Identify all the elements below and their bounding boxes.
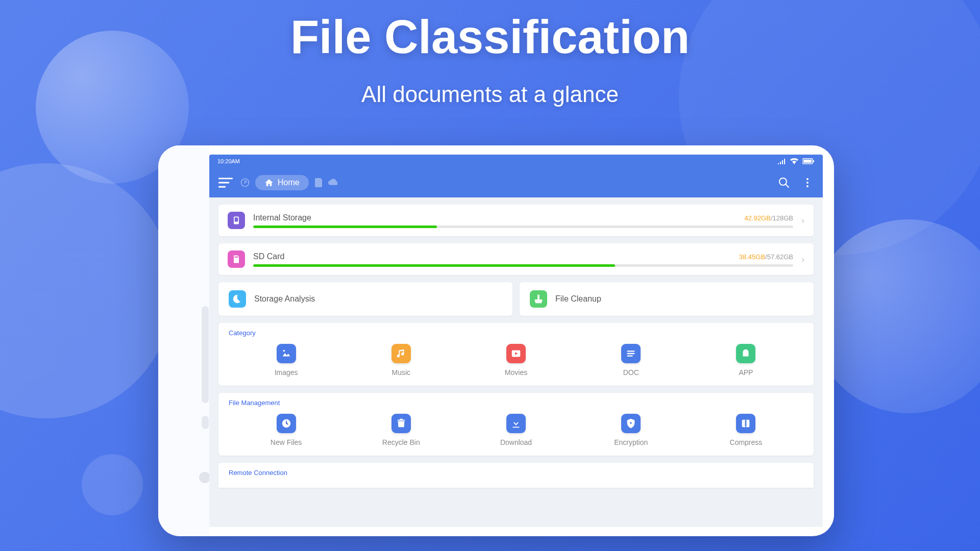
- internal-storage-label: Internal Storage: [253, 213, 311, 222]
- internal-storage-icon: [228, 212, 245, 229]
- svg-rect-2: [813, 160, 814, 162]
- app-bar: Home: [209, 168, 823, 197]
- cloud-mini-icon[interactable]: [328, 178, 337, 185]
- compress-icon: [736, 414, 755, 433]
- hero-title: File Classification: [0, 10, 980, 64]
- internal-progress: [253, 226, 793, 228]
- category-app[interactable]: APP: [689, 344, 803, 377]
- mgmt-label: Compress: [730, 438, 763, 446]
- shield-icon: [621, 414, 641, 433]
- doc-icon: [621, 344, 641, 363]
- pie-chart-icon: [229, 290, 246, 308]
- category-images[interactable]: Images: [229, 344, 344, 377]
- category-label: Images: [275, 368, 298, 377]
- mgmt-encryption[interactable]: Encryption: [574, 414, 689, 446]
- hero-subtitle: All documents at a glance: [0, 82, 980, 107]
- sdcard-total: /57.62GB: [765, 253, 793, 261]
- music-icon: [391, 344, 411, 363]
- category-label: DOC: [623, 368, 639, 377]
- storage-analysis-label: Storage Analysis: [254, 294, 315, 304]
- mgmt-compress[interactable]: Compress: [689, 414, 803, 446]
- svg-rect-11: [235, 256, 236, 258]
- chevron-right-icon: ›: [801, 215, 804, 226]
- sdcard-used: 38.45GB: [739, 253, 765, 261]
- download-icon: [506, 414, 526, 433]
- tablet-frame: 10:20AM Home: [158, 145, 834, 536]
- home-button[interactable]: [199, 472, 210, 483]
- svg-point-17: [630, 422, 632, 424]
- svg-line-5: [786, 184, 789, 187]
- svg-point-8: [806, 185, 808, 187]
- category-movies[interactable]: Movies: [458, 344, 573, 377]
- chevron-right-icon: ›: [801, 254, 804, 265]
- wifi-icon: [790, 158, 798, 164]
- clock-icon: [277, 414, 296, 433]
- mgmt-recycle-bin[interactable]: Recycle Bin: [344, 414, 458, 446]
- refresh-icon[interactable]: [240, 178, 250, 188]
- mgmt-new-files[interactable]: New Files: [229, 414, 344, 446]
- battery-icon: [802, 158, 815, 164]
- category-title: Category: [229, 329, 803, 337]
- sdcard-mini-icon[interactable]: [315, 178, 322, 187]
- file-cleanup-card[interactable]: File Cleanup: [520, 282, 814, 316]
- signal-icon: [778, 158, 786, 164]
- file-cleanup-label: File Cleanup: [555, 294, 601, 304]
- status-bar: 10:20AM: [209, 155, 823, 168]
- power-button: [202, 416, 209, 429]
- android-icon: [736, 344, 755, 363]
- screen: 10:20AM Home: [209, 155, 823, 527]
- breadcrumb-trail: [315, 178, 335, 187]
- status-time: 10:20AM: [217, 158, 240, 164]
- svg-rect-12: [236, 256, 237, 258]
- home-chip[interactable]: Home: [255, 175, 309, 190]
- mgmt-label: Recycle Bin: [382, 438, 420, 446]
- more-icon[interactable]: [801, 177, 814, 189]
- mgmt-label: New Files: [271, 438, 302, 446]
- svg-point-7: [806, 182, 808, 184]
- category-music[interactable]: Music: [344, 344, 458, 377]
- menu-icon[interactable]: [218, 177, 233, 188]
- svg-rect-1: [803, 160, 812, 163]
- remote-title: Remote Connection: [229, 469, 803, 477]
- broom-icon: [530, 290, 547, 308]
- sdcard-storage-card[interactable]: SD Card 38.45GB/57.62GB ›: [218, 243, 814, 275]
- svg-rect-10: [235, 217, 238, 221]
- search-icon[interactable]: [778, 177, 790, 189]
- file-mgmt-section: File Management New Files Recycle Bin Do…: [218, 393, 814, 456]
- mgmt-label: Encryption: [614, 438, 648, 446]
- category-label: Music: [392, 368, 411, 377]
- category-section: Category Images Music Movies: [218, 323, 814, 386]
- internal-storage-card[interactable]: Internal Storage 42.92GB/128GB ›: [218, 205, 814, 236]
- sdcard-progress: [253, 264, 793, 267]
- internal-total: /128GB: [771, 214, 793, 222]
- trash-icon: [391, 414, 411, 433]
- sdcard-icon: [228, 251, 245, 268]
- category-label: Movies: [505, 368, 527, 377]
- movies-icon: [506, 344, 526, 363]
- remote-section[interactable]: Remote Connection: [218, 463, 814, 488]
- mgmt-download[interactable]: Download: [458, 414, 573, 446]
- sdcard-label: SD Card: [253, 252, 284, 261]
- internal-used: 42.92GB: [745, 214, 771, 222]
- volume-button: [202, 306, 209, 403]
- category-doc[interactable]: DOC: [574, 344, 689, 377]
- home-icon: [264, 178, 274, 187]
- storage-analysis-card[interactable]: Storage Analysis: [218, 282, 512, 316]
- svg-point-6: [806, 178, 808, 180]
- svg-rect-13: [237, 256, 238, 258]
- file-mgmt-title: File Management: [229, 399, 803, 407]
- mgmt-label: Download: [500, 438, 532, 446]
- home-label: Home: [278, 178, 300, 187]
- category-label: APP: [739, 368, 753, 377]
- images-icon: [277, 344, 296, 363]
